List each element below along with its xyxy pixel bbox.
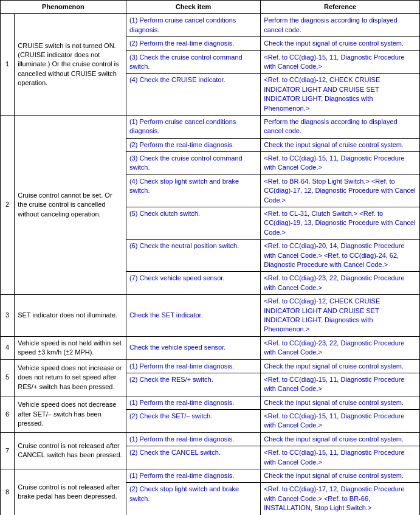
reference-5-2: <Ref. to CC(diag)-15, 11, Diagnostic Pro… [261,373,420,396]
check-item-7-2: (2) Check the CANCEL switch. [126,446,260,469]
check-item-1-3: (3) Check the cruise control command swi… [126,50,260,74]
phenomenon-4: Vehicle speed is not held within set spe… [15,336,126,359]
check-item-2-1: (1) Perform cruise cancel conditions dia… [126,115,260,138]
check-item-2-6: (6) Check the neutral position switch. [126,240,260,272]
check-item-3: Check the SET indicator. [126,295,260,337]
check-item-2-4: (4) Check stop light switch and brake sw… [126,175,260,207]
row-number-5: 5 [1,359,15,396]
check-item-8-1: (1) Perform the real-time diagnosis. [126,469,260,483]
phenomenon-6: Vehicle speed does not decrease after SE… [15,396,126,432]
check-item-2-2: (2) Perform the real-time diagnosis. [126,138,260,151]
reference-2-4: <Ref. to BR-64, Stop Light Switch.> <Ref… [261,175,420,207]
check-item-5-1: (1) Perform the real-time diagnosis. [126,359,260,373]
check-item-4: Check the vehicle speed sensor. [126,336,260,359]
reference-3: <Ref. to CC(diag)-12, CHECK CRUISE INDIC… [261,295,420,337]
diagnostic-table: Phenomenon Check item Reference 1CRUISE … [0,0,420,515]
row-number-4: 4 [1,336,15,359]
phenomenon-1: CRUISE switch is not turned ON. (CRUISE … [15,14,126,116]
reference-7-2: <Ref. to CC(diag)-15, 11, Diagnostic Pro… [261,446,420,469]
phenomenon-3: SET indicator does not illuminate. [15,295,126,337]
check-item-2-7: (7) Check vehicle speed sensor. [126,272,260,295]
header-check-item: Check item [126,1,260,14]
reference-6-2: <Ref. to CC(diag)-15, 11, Diagnostic Pro… [261,410,420,433]
check-item-2-5: (5) Check clutch switch. [126,207,260,240]
header-reference: Reference [261,1,420,14]
row-number-8: 8 [1,469,15,515]
check-item-7-1: (1) Perform the real-time diagnosis. [126,432,260,446]
phenomenon-7: Cruise control is not released after CAN… [15,432,126,469]
reference-1-3: <Ref. to CC(diag)-15, 11, Diagnostic Pro… [261,50,420,74]
reference-2-3: <Ref. to CC(diag)-15, 11, Diagnostic Pro… [261,152,420,175]
reference-5-1: Check the input signal of cruise control… [261,359,420,373]
reference-2-6: <Ref. to CC(diag)-20, 14, Diagnostic Pro… [261,240,420,272]
row-number-6: 6 [1,396,15,432]
row-number-1: 1 [1,14,15,116]
row-number-3: 3 [1,295,15,337]
check-item-6-1: (1) Perform the real-time diagnosis. [126,396,260,409]
phenomenon-2: Cruise control cannot be set. Or the cru… [15,115,126,294]
check-item-1-2: (2) Perform the real-time diagnosis. [126,37,260,50]
reference-7-1: Check the input signal of cruise control… [261,432,420,446]
reference-2-5: <Ref. to CL-31, Clutch Switch.> <Ref. to… [261,207,420,240]
reference-1-1: Perform the diagnosis according to displ… [261,14,420,37]
phenomenon-5: Vehicle speed does not increase or does … [15,359,126,396]
reference-8-1: Check the input signal of cruise control… [261,469,420,483]
check-item-6-2: (2) Check the SET/– switch. [126,410,260,433]
check-item-1-4: (4) Check the CRUISE indicator. [126,74,260,116]
reference-1-2: Check the input signal of cruise control… [261,37,420,50]
reference-6-1: Check the input signal of cruise control… [261,396,420,409]
reference-2-2: Check the input signal of cruise control… [261,138,420,151]
check-item-2-3: (3) Check the cruise control command swi… [126,152,260,175]
reference-4: <Ref. to CC(diag)-23, 22, Diagnostic Pro… [261,336,420,359]
row-number-7: 7 [1,432,15,469]
header-phenomenon: Phenomenon [1,1,126,14]
reference-2-1: Perform the diagnosis according to displ… [261,115,420,138]
row-number-2: 2 [1,115,15,294]
reference-2-7: <Ref. to CC(diag)-23, 22, Diagnostic Pro… [261,272,420,295]
phenomenon-8: Cruise control is not released after bra… [15,469,126,515]
check-item-8-2: (2) Check stop light switch and brake sw… [126,483,260,515]
check-item-1-1: (1) Perform cruise cancel conditions dia… [126,14,260,37]
reference-1-4: <Ref. to CC(diag)-12, CHECK CRUISE INDIC… [261,74,420,116]
check-item-5-2: (2) Check the RES/+ switch. [126,373,260,396]
reference-8-2: <Ref. to CC(diag)-17, 12, Diagnostic Pro… [261,483,420,515]
